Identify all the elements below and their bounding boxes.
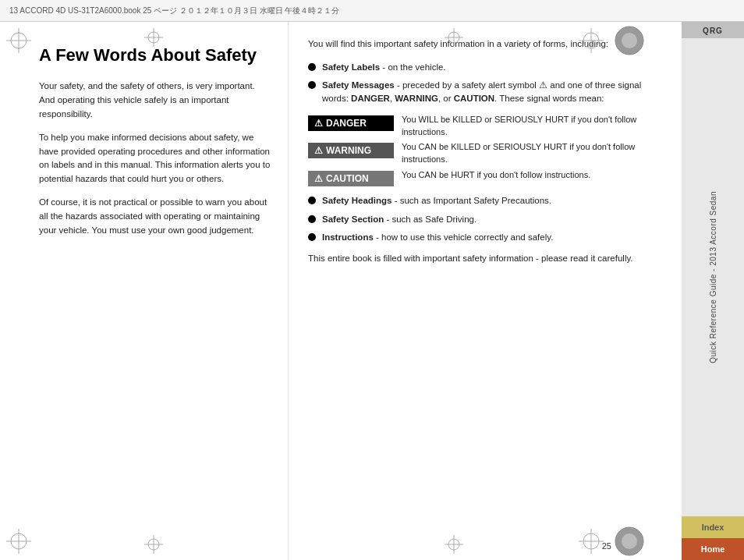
svg-point-19 xyxy=(622,33,637,48)
page-number: 25 xyxy=(602,541,611,551)
bullet-dot-3 xyxy=(308,197,316,204)
left-column: A Few Words About Safety Your safety, an… xyxy=(0,22,289,560)
sidebar-rotated-container: Quick Reference Guide - 2013 Accord Seda… xyxy=(709,38,717,516)
warning-box: ⚠ WARNING You CAN be KILLED or SERIOUSLY… xyxy=(308,141,666,166)
top-right-crosshair xyxy=(579,28,604,53)
bottom-right-circle xyxy=(612,524,647,558)
safety-messages-bold: Safety Messages xyxy=(322,80,395,90)
caution-box: ⚠ CAUTION You CAN be HURT if you don't f… xyxy=(308,169,666,186)
bullet-dot-5 xyxy=(308,233,316,241)
sidebar-qrg-label[interactable]: QRG xyxy=(682,22,744,38)
warning-icon: ⚠ xyxy=(314,145,323,156)
bullet-dot-2 xyxy=(308,81,316,89)
bullet-instructions: Instructions - how to use this vehicle c… xyxy=(308,231,666,244)
header-bar: 13 ACCORD 4D US-31T2A6000.book 25 ページ ２０… xyxy=(0,0,744,22)
left-para-2: To help you make informed decisions abou… xyxy=(39,131,272,186)
right-column: You will find this important safety info… xyxy=(289,22,682,560)
bullet-safety-labels-text: Safety Labels - on the vehicle. xyxy=(322,61,446,74)
caution-word-label: CAUTION xyxy=(326,173,369,184)
sidebar-rotated-label: Quick Reference Guide - 2013 Accord Seda… xyxy=(709,191,717,363)
warning-word-label: WARNING xyxy=(326,145,371,156)
bottom-center-left-crosshair xyxy=(144,535,163,554)
page-content: A Few Words About Safety Your safety, an… xyxy=(0,22,682,560)
danger-text: You WILL be KILLED or SERIOUSLY HURT if … xyxy=(402,114,666,139)
bullet-safety-messages: Safety Messages - preceded by a safety a… xyxy=(308,79,666,106)
left-para-3: Of course, it is not practical or possib… xyxy=(39,196,272,237)
right-sidebar: QRG Quick Reference Guide - 2013 Accord … xyxy=(682,22,744,560)
caution-label: ⚠ CAUTION xyxy=(308,171,394,186)
bullet-safety-section: Safety Section - such as Safe Driving. xyxy=(308,213,666,226)
safety-section-rest: - such as Safe Driving. xyxy=(384,214,477,224)
bullet-safety-messages-text: Safety Messages - preceded by a safety a… xyxy=(322,79,666,106)
safety-labels-rest: - on the vehicle. xyxy=(380,62,445,72)
caution-text: You CAN be HURT if you don't follow inst… xyxy=(402,169,666,182)
page-wrapper: 13 ACCORD 4D US-31T2A6000.book 25 ページ ２０… xyxy=(0,0,744,560)
page-title: A Few Words About Safety xyxy=(39,45,272,66)
danger-label: ⚠ DANGER xyxy=(308,115,394,131)
bottom-center-right-crosshair xyxy=(445,535,463,554)
safety-headings-bold: Safety Headings xyxy=(322,196,391,205)
instructions-rest: - how to use this vehicle correctly and … xyxy=(374,232,554,242)
safety-headings-rest: - such as Important Safety Precautions. xyxy=(391,196,551,205)
bullet-dot xyxy=(308,63,316,71)
warning-text: You CAN be KILLED or SERIOUSLY HURT if y… xyxy=(402,141,666,166)
bullet-safety-headings: Safety Headings - such as Important Safe… xyxy=(308,194,666,207)
sidebar-home-button[interactable]: Home xyxy=(682,538,744,560)
header-text: 13 ACCORD 4D US-31T2A6000.book 25 ページ ２０… xyxy=(9,5,339,16)
instructions-bold: Instructions xyxy=(322,232,374,242)
sidebar-index-button[interactable]: Index xyxy=(682,516,744,538)
bullet-list: Safety Labels - on the vehicle. Safety M… xyxy=(308,61,666,106)
left-para-1: Your safety, and the safety of others, i… xyxy=(39,80,272,121)
main-content: A Few Words About Safety Your safety, an… xyxy=(0,22,744,560)
danger-box: ⚠ DANGER You WILL be KILLED or SERIOUSLY… xyxy=(308,114,666,139)
bottom-right-crosshair xyxy=(579,529,604,554)
safety-section-bold: Safety Section xyxy=(322,214,384,224)
caution-icon: ⚠ xyxy=(314,173,323,184)
bottom-bullet-list: Safety Headings - such as Important Safe… xyxy=(308,194,666,244)
top-center-right-crosshair xyxy=(445,28,463,47)
danger-word: DANGER xyxy=(351,94,390,103)
warning-word: WARNING xyxy=(395,94,438,103)
footer-text: This entire book is filled with importan… xyxy=(308,252,666,266)
bullet-safety-labels: Safety Labels - on the vehicle. xyxy=(308,61,666,74)
danger-icon: ⚠ xyxy=(314,118,323,129)
top-right-circle xyxy=(612,23,647,58)
caution-word: CAUTION xyxy=(454,94,494,103)
warning-label: ⚠ WARNING xyxy=(308,143,394,158)
bullet-dot-4 xyxy=(308,215,316,223)
safety-labels-bold: Safety Labels xyxy=(322,62,380,72)
svg-point-27 xyxy=(622,533,637,549)
bottom-left-crosshair xyxy=(6,529,31,554)
danger-word-label: DANGER xyxy=(326,118,367,129)
signal-boxes: ⚠ DANGER You WILL be KILLED or SERIOUSLY… xyxy=(308,114,666,187)
